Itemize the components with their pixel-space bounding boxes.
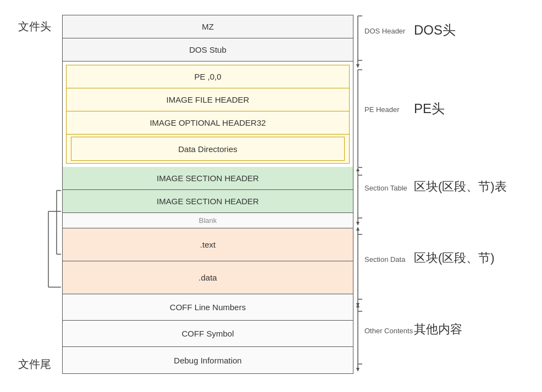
image-file-header-label: IMAGE FILE HEADER [167,95,250,104]
section-table-chinese: 区块(区段、节)表 [414,178,507,195]
main-structure-box: MZ DOS Stub PE ,0,0 IMAGE FILE HEADER IM… [62,15,353,374]
svg-marker-16 [356,167,360,171]
other-contents-chinese: 其他内容 [414,321,462,338]
other-contents-text: Other Contents [364,327,413,335]
dos-head-chinese: DOS头 [414,21,456,39]
pe-header-text: PE Header [364,105,400,114]
row-text: .text [63,228,353,261]
pe-label: PE ,0,0 [194,72,221,81]
row-image-optional-header: IMAGE OPTIONAL HEADER32 [67,111,349,135]
image-section-header-2-label: IMAGE SECTION HEADER [157,197,259,206]
pe-head-chinese: PE头 [414,100,445,117]
row-data: .data [63,261,353,294]
mz-label: MZ [202,22,214,31]
row-coff-line-numbers: COFF Line Numbers [63,294,353,321]
svg-marker-10 [356,64,360,68]
data-section-label: .data [198,273,217,282]
dos-header-text: DOS Header [364,27,405,35]
row-data-directories: Data Directories [71,137,344,160]
pe-group: PE ,0,0 IMAGE FILE HEADER IMAGE OPTIONAL… [66,65,350,164]
coff-symbol-label: COFF Symbol [181,329,234,338]
row-image-section-header-2: IMAGE SECTION HEADER [63,190,353,213]
file-tail-label: 文件尾 [18,357,51,372]
blank-label: Blank [199,216,217,225]
svg-marker-18 [356,222,360,226]
row-mz: MZ [63,15,353,38]
data-directories-label: Data Directories [178,144,237,154]
text-section-label: .text [200,240,215,249]
file-head-label: 文件头 [18,19,51,34]
row-blank: Blank [63,213,353,228]
svg-marker-32 [356,368,360,372]
section-header-group: IMAGE SECTION HEADER IMAGE SECTION HEADE… [63,167,353,213]
section-data-text: Section Data [364,255,405,264]
row-image-file-header: IMAGE FILE HEADER [67,88,349,111]
data-directories-group: Data Directories [71,137,345,161]
debug-information-label: Debug Information [174,356,241,365]
left-bracket-lines [29,15,61,377]
dos-stub-label: DOS Stub [189,45,226,54]
row-pe: PE ,0,0 [67,65,349,88]
coff-line-numbers-label: COFF Line Numbers [170,303,246,312]
row-image-section-header-1: IMAGE SECTION HEADER [63,167,353,190]
section-table-text: Section Table [364,184,407,192]
image-optional-header-label: IMAGE OPTIONAL HEADER32 [150,118,266,127]
row-coff-symbol: COFF Symbol [63,321,353,347]
section-data-chinese: 区块(区段、节) [414,250,495,266]
row-dos-stub: DOS Stub [63,38,353,61]
row-debug-information: Debug Information [63,347,353,373]
svg-marker-23 [356,227,360,231]
diagram: 文件头 文件尾 MZ DOS Stub PE ,0,0 IMAGE FILE H… [18,9,524,383]
image-section-header-1-label: IMAGE SECTION HEADER [157,173,259,183]
